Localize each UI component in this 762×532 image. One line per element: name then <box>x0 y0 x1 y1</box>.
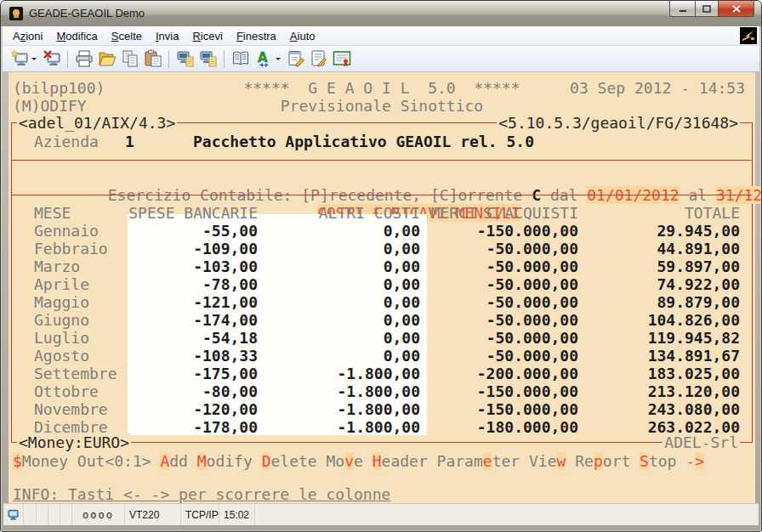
cell-altri-costi[interactable]: 0,00 <box>267 222 420 240</box>
cell-spese-bancarie[interactable]: -121,00 <box>113 293 258 311</box>
cell-spese-bancarie[interactable]: -78,00 <box>113 275 258 293</box>
keyboard-map-button[interactable] <box>229 48 252 70</box>
close-icon <box>732 5 741 13</box>
table-row: Aprile-78,000,00-50.000,0074.922,00 <box>12 275 752 293</box>
table-row: Ottobre-80,00-1.800,00-150.000,00213.120… <box>12 382 752 400</box>
host-label: <adel_01/AIX/4.3> <box>17 114 177 132</box>
cell-altri-costi[interactable]: -1.800,00 <box>267 418 420 436</box>
command-hotkey: A <box>160 452 169 470</box>
copy-button[interactable] <box>118 48 141 70</box>
cell-spese-bancarie[interactable]: -108,33 <box>113 347 258 365</box>
status-empty-cell <box>48 504 60 525</box>
command-hotkey: S <box>640 452 649 470</box>
cell-altri-costi[interactable]: 0,00 <box>267 240 420 258</box>
edit-session-button[interactable] <box>284 48 307 70</box>
print-button[interactable] <box>72 48 95 70</box>
cell-merci-acquisti: -180.000,00 <box>425 418 578 436</box>
command-text: - <box>685 452 695 470</box>
open-icon <box>98 49 117 68</box>
cell-spese-bancarie[interactable]: -174,00 <box>113 311 258 329</box>
cell-spese-bancarie[interactable]: -178,00 <box>113 418 258 436</box>
command-hotkey: $ <box>13 452 22 470</box>
terminal-screen[interactable]: (bilpp100) ***** G E A O I L 5.0 ***** 0… <box>9 72 755 504</box>
session-icon <box>8 509 19 521</box>
close-button[interactable] <box>719 1 754 17</box>
cell-month: Novembre <box>34 400 108 418</box>
menu-invia[interactable]: Invia <box>149 27 185 45</box>
command-hotkey: > <box>695 452 704 470</box>
cell-totale: 104.826,00 <box>573 311 740 329</box>
cell-month: Luglio <box>34 329 89 347</box>
status-protocol: TCP/IP <box>181 504 219 525</box>
session-datetime: 03 Sep 2012 - 14:53 <box>570 79 745 97</box>
cell-month: Maggio <box>34 293 89 311</box>
status-terminal-type: VT220 <box>125 504 181 525</box>
command-text: Param <box>437 452 483 470</box>
screen-subtitle: Previsionale Sinottico <box>9 97 755 115</box>
font-dropdown-arrow-icon[interactable] <box>276 58 281 63</box>
disconnect-session-button[interactable] <box>40 48 63 70</box>
table-header-row: MESESPESE BANCARIEALTRI COSTIMERCI C/ACQ… <box>12 204 752 222</box>
cell-altri-costi[interactable]: 0,00 <box>267 293 420 311</box>
open-button[interactable] <box>95 48 118 70</box>
cell-merci-acquisti: -50.000,00 <box>425 311 578 329</box>
minimize-icon <box>679 5 687 13</box>
menu-ricevi[interactable]: Ricevi <box>185 27 229 45</box>
font-button[interactable]: A <box>252 48 275 70</box>
status-lights: oooo <box>72 504 125 525</box>
currency-label: <Money:EURO> <box>17 433 131 451</box>
app-icon <box>9 7 23 20</box>
cell-altri-costi[interactable]: -1.800,00 <box>267 382 420 400</box>
receive-file-button[interactable] <box>196 48 219 70</box>
new-session-button[interactable] <box>8 48 31 70</box>
toolbar: A <box>3 46 759 72</box>
column-header-merci-acquisti: MERCI C/ACQUISTI <box>425 204 578 222</box>
cell-spese-bancarie[interactable]: -109,00 <box>113 240 258 258</box>
cell-spese-bancarie[interactable]: -103,00 <box>113 258 258 275</box>
send-file-button[interactable] <box>173 48 196 70</box>
cell-altri-costi[interactable]: -1.800,00 <box>267 365 420 382</box>
cell-spese-bancarie[interactable]: -54,18 <box>113 329 258 347</box>
cell-spese-bancarie[interactable]: -55,00 <box>113 222 258 240</box>
minimize-button[interactable] <box>669 1 695 17</box>
command-text: ter <box>492 452 529 470</box>
cell-altri-costi[interactable]: 0,00 <box>267 311 420 329</box>
command-text <box>566 452 575 470</box>
cell-merci-acquisti: -150.000,00 <box>425 222 578 240</box>
cell-altri-costi[interactable]: -1.800,00 <box>267 400 420 418</box>
status-empty-cell <box>60 504 72 525</box>
table-row: Luglio-54,180,00-50.000,00119.945,82 <box>12 329 752 347</box>
cell-merci-acquisti: -150.000,00 <box>425 400 578 418</box>
maximize-button[interactable] <box>695 1 719 17</box>
cell-spese-bancarie[interactable]: -120,00 <box>113 400 258 418</box>
edit-session-icon <box>287 49 305 68</box>
cell-altri-costi[interactable]: 0,00 <box>267 275 420 293</box>
license-button[interactable] <box>330 48 353 70</box>
cell-totale: 134.891,67 <box>573 347 740 365</box>
menu-aiuto[interactable]: Aiuto <box>283 27 322 45</box>
cell-spese-bancarie[interactable]: -80,00 <box>113 382 258 400</box>
command-menu-line[interactable]: $Money Out<0:1> Add Modify Delete Move H… <box>13 452 704 470</box>
cell-totale: 29.945,00 <box>573 222 740 240</box>
table-row: Settembre-175,00-1.800,00-200.000,00183.… <box>12 365 752 382</box>
menu-modifica[interactable]: Modifica <box>49 27 104 45</box>
cell-altri-costi[interactable]: 0,00 <box>267 347 420 365</box>
menu-finestra[interactable]: Finestra <box>230 27 283 45</box>
table-row: Agosto-108,330,00-50.000,00134.891,67 <box>12 347 752 365</box>
paste-button[interactable] <box>141 48 164 70</box>
menu-azioni[interactable]: Azioni <box>6 27 49 45</box>
menu-scelte[interactable]: Scelte <box>105 27 149 45</box>
cell-totale: 44.891,00 <box>573 240 740 258</box>
column-header-altri-costi: ALTRI COSTI <box>267 204 420 222</box>
cell-altri-costi[interactable]: 0,00 <box>267 329 420 347</box>
command-text: Vie <box>529 452 557 470</box>
copy-icon <box>121 49 139 68</box>
cell-altri-costi[interactable]: 0,00 <box>267 258 420 275</box>
title-bar[interactable]: GEADE-GEAOIL Demo <box>1 1 761 26</box>
command-hotkey: D <box>262 452 271 470</box>
cell-spese-bancarie[interactable]: -175,00 <box>113 365 258 382</box>
session-properties-button[interactable] <box>307 48 330 70</box>
new-session-dropdown-arrow-icon[interactable] <box>31 58 37 63</box>
maximize-icon <box>702 5 711 13</box>
column-header-spese-bancarie: SPESE BANCARIE <box>113 204 258 222</box>
